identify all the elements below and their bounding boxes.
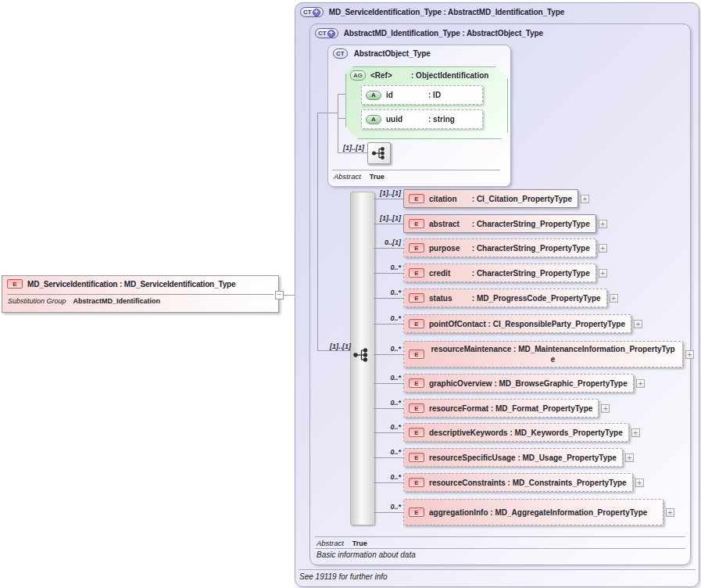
element-resourceMaintenance[interactable]: EresourceMaintenance : MD_MaintenanceInf…	[403, 341, 683, 368]
connector-line	[374, 324, 403, 324]
element-label: resourceConstraints : MD_Constraints_Pro…	[429, 479, 627, 487]
abstract-label: Abstract	[317, 539, 344, 547]
cardinality-label: 0..*	[366, 374, 401, 382]
expand-icon[interactable]: +	[631, 428, 640, 437]
expand-icon[interactable]: +	[599, 220, 607, 228]
attribute-name: id	[386, 91, 424, 99]
complex-type-title: AbstractObject_Type	[354, 49, 431, 58]
element-badge: E	[409, 403, 424, 413]
element-badge: E	[409, 268, 424, 278]
element-badge: E	[409, 194, 424, 203]
element-badge: E	[409, 243, 424, 253]
divider	[332, 170, 500, 170]
ct-badge-label: CT	[303, 9, 312, 16]
expand-icon[interactable]: +	[666, 508, 674, 517]
element-row: 0..*EdescriptiveKeywords : MD_Keywords_P…	[374, 423, 640, 442]
expand-icon[interactable]: +	[625, 454, 634, 462]
element-purpose[interactable]: Epurpose : CharacterString_PropertyType	[403, 238, 596, 257]
attribute-type: : string	[428, 115, 455, 124]
expand-icon[interactable]: +	[610, 294, 618, 303]
element-label: citation : CI_Citation_PropertyType	[429, 195, 572, 203]
sequence-icon	[372, 147, 387, 160]
complex-type-badge: CT +	[300, 7, 324, 17]
sequence-cardinality: [1]..[1]	[330, 144, 364, 152]
expand-icon[interactable]: +	[599, 244, 607, 253]
expand-icon[interactable]: +	[601, 404, 610, 413]
connector-line	[374, 482, 403, 483]
connector-line	[374, 383, 403, 384]
element-pointOfContact[interactable]: EpointOfContact : CI_ResponsibleParty_Pr…	[403, 314, 631, 333]
cardinality-label: 0..*	[366, 423, 401, 431]
element-badge: E	[409, 293, 424, 303]
element-descriptiveKeywords[interactable]: EdescriptiveKeywords : MD_Keywords_Prope…	[403, 423, 629, 442]
expand-icon[interactable]: +	[634, 320, 642, 328]
expand-icon[interactable]: +	[581, 195, 589, 203]
type-annotation: Basic information about data	[317, 550, 416, 559]
connector-line	[374, 298, 403, 299]
cardinality-label: 0..*	[366, 264, 401, 271]
element-badge: E	[409, 478, 424, 487]
connector-line	[374, 408, 403, 409]
element-label: graphicOverview : MD_BrowseGraphic_Prope…	[429, 379, 628, 388]
element-label: descriptiveKeywords : MD_Keywords_Proper…	[429, 428, 623, 437]
connector-line	[374, 354, 403, 355]
complex-type-header: CT AbstractObject_Type	[328, 45, 510, 59]
attribute-type: : ID	[428, 91, 441, 99]
attribute-badge: A	[366, 115, 381, 124]
divider	[7, 294, 274, 295]
connector-line	[374, 199, 403, 199]
element-label: resourceFormat : MD_Format_PropertyType	[429, 404, 592, 413]
element-label: credit : CharacterString_PropertyType	[429, 269, 590, 278]
complex-type-header: CT + AbstractMD_Identification_Type : Ab…	[310, 24, 690, 38]
collapse-icon[interactable]: −	[275, 291, 284, 299]
element-badge: E	[409, 453, 424, 462]
expand-icon[interactable]: +	[599, 269, 607, 278]
complex-type-box-abstractmd-identification-type: CT + AbstractMD_Identification_Type : Ab…	[309, 23, 691, 565]
element-row: [1]..[1]Eabstract : CharacterString_Prop…	[374, 214, 607, 233]
substitution-group-label: Substitution Group	[8, 297, 66, 305]
connector-line	[328, 113, 338, 113]
element-badge: E	[409, 507, 424, 517]
element-citation[interactable]: Ecitation : CI_Citation_PropertyType	[403, 189, 578, 208]
expand-icon[interactable]: +	[635, 479, 644, 487]
element-label: aggregationInfo : MD_AggregateInformatio…	[429, 507, 647, 518]
connector-line	[374, 248, 403, 249]
element-resourceSpecificUsage[interactable]: EresourceSpecificUsage : MD_Usage_Proper…	[403, 448, 623, 467]
element-aggregationInfo[interactable]: EaggregationInfo : MD_AggregateInformati…	[403, 499, 663, 525]
element-row: 0..*EgraphicOverview : MD_BrowseGraphic_…	[374, 374, 645, 393]
root-element-box[interactable]: E MD_ServiceIdentification : MD_ServiceI…	[2, 275, 279, 313]
abstract-value: True	[352, 540, 367, 547]
element-label: resourceSpecificUsage : MD_Usage_Propert…	[429, 454, 617, 462]
element-badge: E	[409, 428, 424, 437]
connector-line	[338, 152, 367, 153]
abstract-value: True	[370, 173, 384, 181]
element-badge: E	[409, 378, 424, 388]
element-resourceConstraints[interactable]: EresourceConstraints : MD_Constraints_Pr…	[403, 473, 633, 492]
connector-line	[374, 224, 403, 224]
ct-badge-label: CT	[318, 30, 327, 37]
expand-icon[interactable]: +	[685, 350, 694, 359]
element-label: abstract : CharacterString_PropertyType	[429, 220, 590, 228]
element-row: 0..*EresourceSpecificUsage : MD_Usage_Pr…	[374, 448, 634, 467]
element-status[interactable]: Estatus : MD_ProgressCode_PropertyType	[403, 289, 607, 307]
root-element-header: E MD_ServiceIdentification : MD_ServiceI…	[2, 276, 278, 289]
element-credit[interactable]: Ecredit : CharacterString_PropertyType	[403, 264, 596, 282]
element-badge: E	[409, 219, 424, 228]
attribute-group-type: : ObjectIdentification	[411, 71, 488, 80]
element-row: [1]..[1]Ecitation : CI_Citation_Property…	[374, 189, 589, 208]
attribute-uuid[interactable]: A uuid : string	[361, 109, 483, 129]
complex-type-title: AbstractMD_Identification_Type : Abstrac…	[344, 29, 543, 38]
element-resourceFormat[interactable]: EresourceFormat : MD_Format_PropertyType	[403, 399, 599, 418]
attribute-group-name: <Ref>	[370, 71, 406, 80]
element-graphicOverview[interactable]: EgraphicOverview : MD_BrowseGraphic_Prop…	[403, 374, 634, 393]
cardinality-label: 0..*	[366, 399, 401, 407]
element-abstract[interactable]: Eabstract : CharacterString_PropertyType	[403, 214, 596, 233]
element-label: pointOfContact : CI_ResponsibleParty_Pro…	[429, 320, 625, 328]
sequence-compositor-icon[interactable]	[367, 142, 391, 164]
element-badge: E	[409, 350, 424, 359]
expand-icon[interactable]: +	[636, 379, 645, 388]
connector-line	[374, 432, 403, 433]
divider	[299, 569, 696, 570]
complex-type-title: MD_ServiceIdentification_Type : Abstract…	[329, 8, 564, 16]
attribute-id[interactable]: A id : ID	[361, 85, 483, 105]
